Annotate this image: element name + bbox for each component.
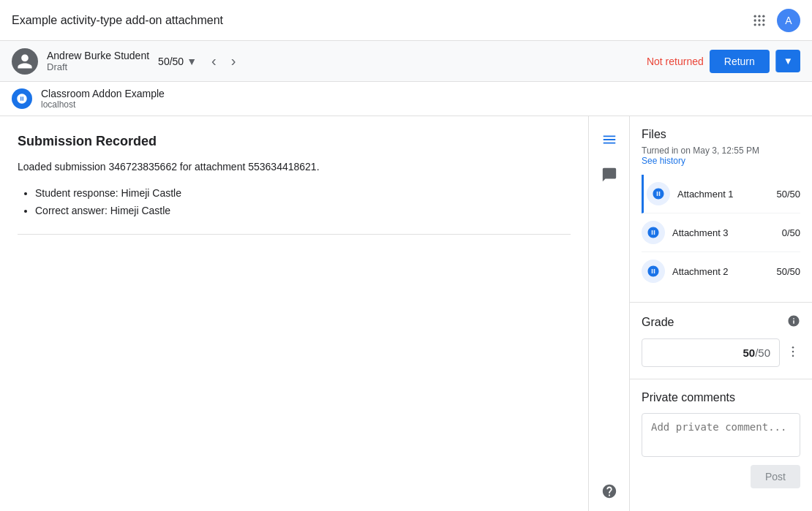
right-panel: Files Turned in on May 3, 12:55 PM See h… [629,116,812,511]
svg-point-1 [758,15,760,17]
google-apps-icon[interactable] [751,12,768,29]
addon-info: Classroom Addon Example localhost [41,88,165,110]
app-title: Example activity-type add-on attachment [12,14,223,27]
comments-section: Private comments Post [630,379,812,500]
addon-host: localhost [41,99,165,110]
comments-footer: Post [642,465,800,488]
attachment-icon [647,182,670,205]
attachment-item[interactable]: Attachment 2 50/50 [642,252,800,290]
grade-value: 50/50 [158,56,184,67]
toolbar-left: Andrew Burke Student Draft 50/50 ▼ ‹ › [12,48,241,75]
attachment-score: 50/50 [776,189,800,200]
grade-title: Grade [642,316,674,329]
user-avatar[interactable]: A [777,9,800,32]
attachment-item[interactable]: Attachment 3 0/50 [642,213,800,252]
nav-arrows: ‹ › [206,50,241,72]
content-divider [18,234,571,235]
grade-input-box[interactable]: 50 /50 [642,338,780,367]
sub-header: Classroom Addon Example localhost [0,82,812,116]
svg-point-3 [754,19,756,21]
attachment-icon [642,260,665,283]
svg-point-7 [758,23,760,26]
grade-section: Grade 50 /50 [630,303,812,379]
turned-in-text: Turned in on May 3, 12:55 PM [642,145,759,156]
app-header: Example activity-type add-on attachment … [0,0,812,41]
grade-info-icon[interactable] [787,314,800,330]
grade-input-row: 50 /50 [642,338,800,367]
svg-point-9 [792,347,794,349]
see-history-link[interactable]: See history [642,156,800,166]
grade-score-bold: 50 [743,347,755,359]
return-button[interactable]: Return [710,50,770,73]
sidebar-lines-icon[interactable] [595,125,624,154]
correct-answer: Correct answer: Himeji Castle [35,205,571,216]
student-response: Student response: Himeji Castle [35,187,571,199]
svg-point-4 [758,19,760,21]
grade-menu-icon[interactable] [786,344,800,361]
answer-list: Student response: Himeji Castle Correct … [18,187,571,216]
svg-point-8 [762,23,764,26]
sidebar [588,116,629,511]
addon-icon [12,88,32,109]
header-actions: A [751,9,800,32]
grade-dropdown-icon[interactable]: ▼ [187,56,197,67]
svg-point-2 [762,15,764,17]
student-info: Andrew Burke Student Draft [47,50,149,72]
attachment-list: Attachment 1 50/50 Attachment 3 0/50 [642,175,800,290]
grade-header: Grade [642,314,800,330]
prev-button[interactable]: ‹ [206,50,222,72]
attachment-name: Attachment 1 [677,189,776,200]
files-section: Files Turned in on May 3, 12:55 PM See h… [630,116,812,303]
draft-label: Draft [47,61,149,72]
toolbar: Andrew Burke Student Draft 50/50 ▼ ‹ › N… [0,41,812,82]
svg-point-5 [762,19,764,21]
student-avatar [12,48,38,75]
svg-point-0 [754,15,756,17]
sidebar-chat-icon[interactable] [595,160,624,189]
private-comment-input[interactable] [642,413,800,457]
svg-point-11 [792,355,794,357]
return-dropdown-button[interactable]: ▼ [775,50,800,72]
attachment-icon [642,221,665,244]
submission-details: Loaded submission 346723835662 for attac… [18,161,571,173]
main-layout: Submission Recorded Loaded submission 34… [0,116,812,511]
attachment-score: 0/50 [782,227,800,238]
toolbar-right: Not returned Return ▼ [647,50,800,73]
help-icon[interactable] [595,477,624,506]
submission-title: Submission Recorded [18,134,571,149]
content-area: Submission Recorded Loaded submission 34… [0,116,588,511]
comments-title: Private comments [642,391,800,404]
post-button[interactable]: Post [751,465,800,488]
svg-point-10 [792,351,794,353]
grade-badge: 50/50 ▼ [158,56,197,67]
svg-point-6 [754,23,756,26]
not-returned-label: Not returned [647,56,704,67]
grade-score-total: /50 [755,347,770,359]
addon-name: Classroom Addon Example [41,88,165,99]
files-title: Files [642,128,800,141]
attachment-name: Attachment 2 [672,266,776,277]
next-button[interactable]: › [225,50,242,72]
attachment-item[interactable]: Attachment 1 50/50 [642,175,800,213]
attachment-score: 50/50 [776,266,800,277]
student-name: Andrew Burke Student [47,50,149,61]
attachment-name: Attachment 3 [672,227,782,238]
